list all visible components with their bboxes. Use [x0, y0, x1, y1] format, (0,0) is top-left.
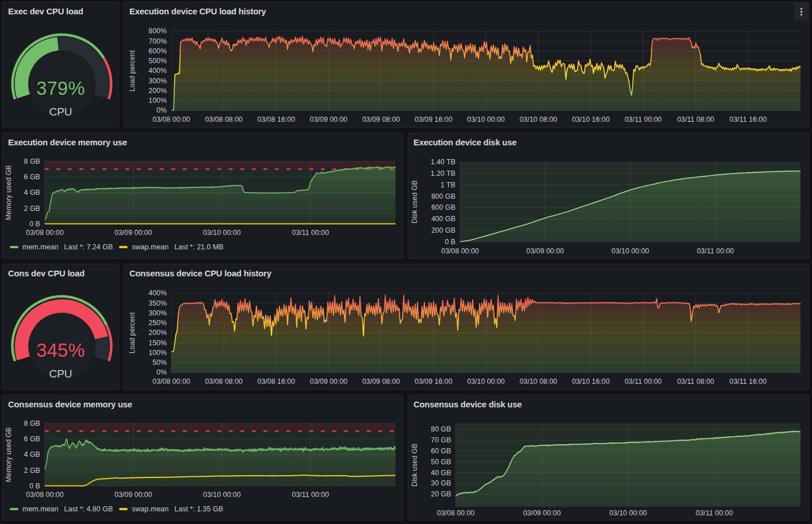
svg-text:Disk used GB: Disk used GB	[411, 180, 419, 224]
